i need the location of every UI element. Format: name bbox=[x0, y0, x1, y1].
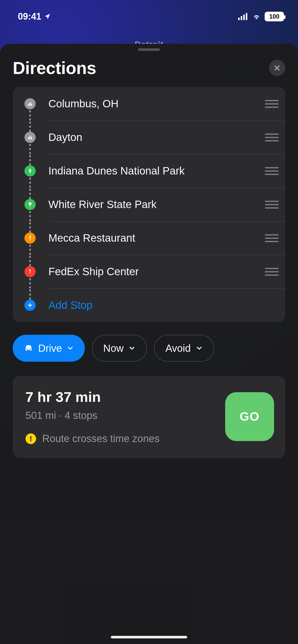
chevron-down-icon bbox=[128, 344, 136, 352]
sheet-grabber[interactable] bbox=[138, 48, 160, 51]
stop-label: Indiana Dunes National Park bbox=[43, 165, 265, 177]
tree-icon bbox=[24, 165, 36, 177]
avoid-label: Avoid bbox=[165, 343, 191, 354]
tree-icon bbox=[24, 199, 36, 210]
route-eta: 7 hr 37 min bbox=[25, 389, 159, 405]
svg-rect-1 bbox=[241, 16, 242, 20]
stop-row[interactable]: Indiana Dunes National Park bbox=[13, 154, 285, 188]
car-icon bbox=[23, 343, 34, 353]
stop-label: FedEx Ship Center bbox=[43, 266, 265, 278]
route-summary-card: 7 hr 37 min 501 mi · 4 stops ! Route cro… bbox=[13, 376, 285, 458]
city-icon bbox=[24, 98, 36, 109]
add-stop-label: Add Stop bbox=[43, 299, 279, 311]
svg-rect-0 bbox=[238, 18, 240, 20]
go-button[interactable]: GO bbox=[225, 392, 274, 441]
svg-rect-5 bbox=[30, 205, 30, 207]
reorder-handle[interactable] bbox=[265, 134, 279, 141]
stop-row[interactable]: FedEx Ship Center bbox=[13, 255, 285, 288]
add-stop-button[interactable]: Add Stop bbox=[13, 288, 285, 322]
pin-icon bbox=[24, 266, 36, 277]
route-options: Drive Now Avoid bbox=[0, 322, 298, 362]
chevron-down-icon bbox=[195, 344, 203, 352]
home-indicator[interactable] bbox=[111, 636, 187, 638]
reorder-handle[interactable] bbox=[265, 201, 279, 209]
plus-icon bbox=[24, 300, 36, 311]
battery-indicator: 100 bbox=[265, 12, 284, 21]
svg-rect-7 bbox=[30, 271, 30, 274]
svg-rect-2 bbox=[243, 14, 245, 20]
wifi-icon bbox=[251, 13, 262, 20]
avoid-chip[interactable]: Avoid bbox=[154, 335, 214, 362]
depart-label: Now bbox=[103, 343, 124, 354]
cellular-icon bbox=[238, 13, 248, 20]
route-subline: 501 mi · 4 stops bbox=[25, 410, 159, 421]
close-button[interactable] bbox=[269, 60, 285, 76]
chevron-down-icon bbox=[66, 344, 74, 352]
svg-point-8 bbox=[26, 348, 27, 349]
svg-rect-3 bbox=[246, 13, 247, 20]
stop-label: White River State Park bbox=[43, 198, 265, 211]
mode-label: Drive bbox=[38, 343, 62, 354]
warning-icon: ! bbox=[25, 433, 36, 444]
route-warning: Route crosses time zones bbox=[42, 433, 159, 444]
mode-chip[interactable]: Drive bbox=[13, 335, 85, 362]
food-icon bbox=[24, 232, 36, 244]
stop-row[interactable]: White River State Park bbox=[13, 188, 285, 221]
stop-label: Mecca Restaurant bbox=[43, 232, 265, 244]
battery-level: 100 bbox=[269, 13, 279, 20]
go-label: GO bbox=[240, 409, 260, 423]
stop-label: Dayton bbox=[43, 131, 265, 143]
svg-point-9 bbox=[30, 348, 31, 349]
status-time: 09:41 bbox=[18, 11, 41, 22]
reorder-handle[interactable] bbox=[265, 234, 279, 242]
stop-label: Columbus, OH bbox=[43, 98, 265, 110]
reorder-handle[interactable] bbox=[265, 268, 279, 276]
stops-list: Columbus, OH Dayton Indiana Dunes Nation… bbox=[13, 87, 285, 322]
location-icon bbox=[44, 13, 51, 20]
reorder-handle[interactable] bbox=[265, 100, 279, 108]
directions-sheet: Directions Columbus, OH Dayton bbox=[0, 44, 298, 644]
page-title: Directions bbox=[13, 58, 96, 78]
city-icon bbox=[24, 132, 36, 143]
svg-point-4 bbox=[29, 202, 32, 205]
stop-row[interactable]: Dayton bbox=[13, 121, 285, 154]
stop-row[interactable]: Mecca Restaurant bbox=[13, 221, 285, 255]
status-bar: 09:41 100 bbox=[0, 0, 298, 28]
stop-row[interactable]: Columbus, OH bbox=[13, 87, 285, 121]
depart-chip[interactable]: Now bbox=[92, 335, 147, 362]
close-icon bbox=[273, 64, 281, 72]
reorder-handle[interactable] bbox=[265, 167, 279, 175]
